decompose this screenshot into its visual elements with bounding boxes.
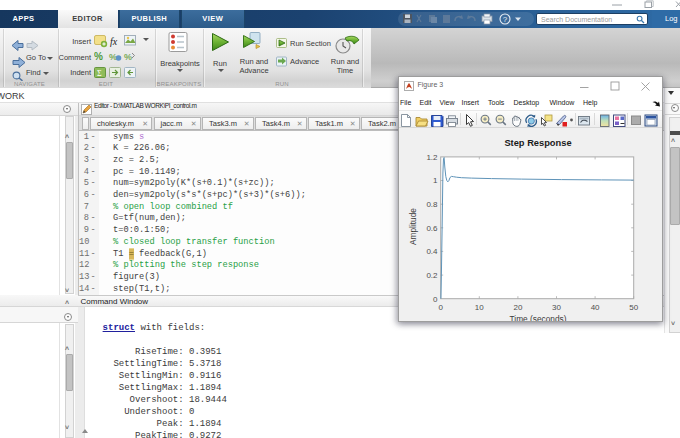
svg-text:Σ: Σ <box>97 69 102 78</box>
svg-text:Time (seconds): Time (seconds) <box>509 314 566 322</box>
svg-text:0.8: 0.8 <box>426 200 438 209</box>
svg-text:?: ? <box>503 15 508 24</box>
svg-text:1: 1 <box>433 176 438 185</box>
svg-text:fx: fx <box>110 35 118 46</box>
svg-text:40: 40 <box>590 303 599 312</box>
svg-text:0.6: 0.6 <box>426 224 438 233</box>
svg-text:Step Response: Step Response <box>504 138 571 148</box>
svg-text:50: 50 <box>629 303 638 312</box>
svg-text:0.4: 0.4 <box>426 247 438 256</box>
svg-text:0.2: 0.2 <box>426 271 438 280</box>
svg-text:%: % <box>124 52 132 62</box>
svg-text:10: 10 <box>474 303 483 312</box>
svg-text:0: 0 <box>433 295 438 304</box>
svg-text:1.2: 1.2 <box>426 153 438 162</box>
svg-text:%: % <box>109 52 117 62</box>
svg-text:0: 0 <box>438 303 443 312</box>
svg-text:30: 30 <box>552 303 561 312</box>
svg-text:%: % <box>94 51 103 62</box>
svg-text:20: 20 <box>513 303 522 312</box>
svg-text:Amplitude: Amplitude <box>408 208 418 245</box>
